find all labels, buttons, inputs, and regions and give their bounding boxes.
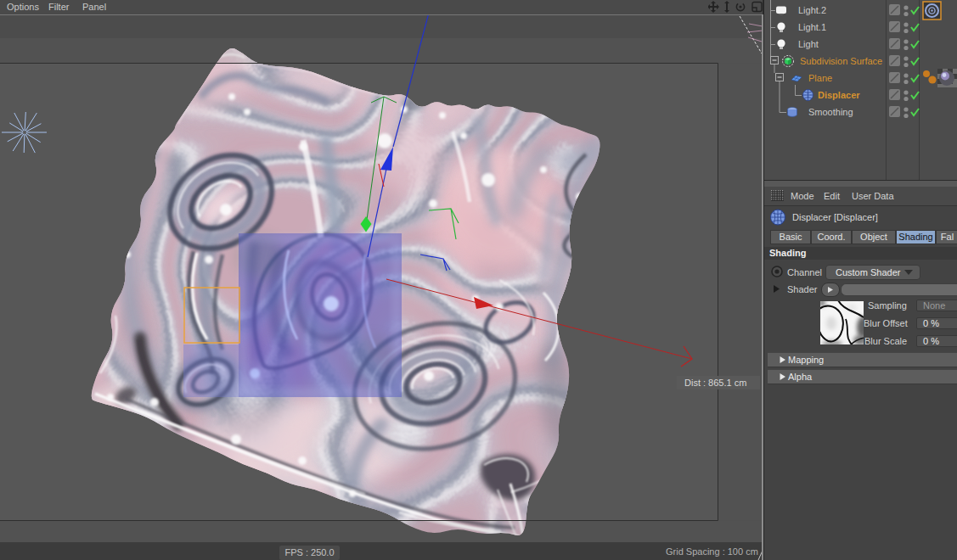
svg-text:Dist : 865.1 cm: Dist : 865.1 cm bbox=[684, 378, 746, 388]
